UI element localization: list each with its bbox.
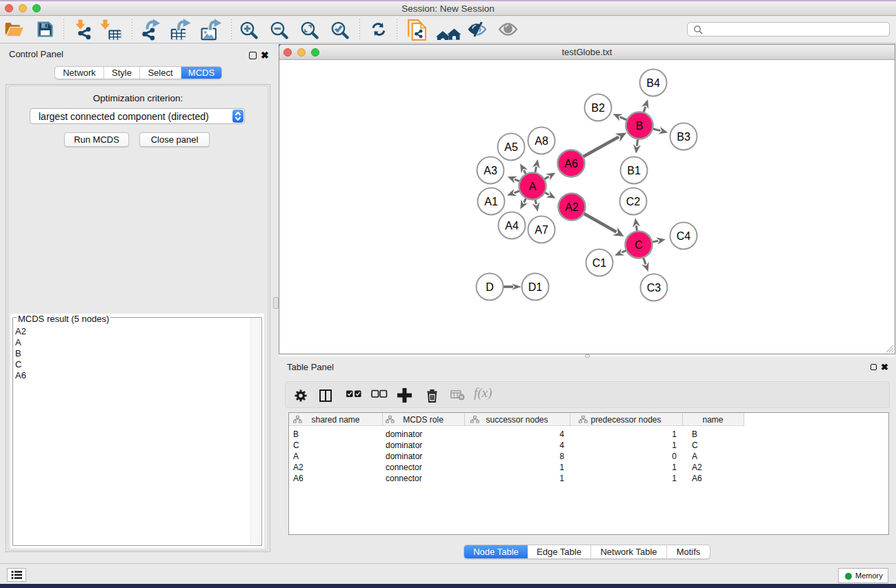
svg-text:A8: A8 [535,135,548,147]
svg-text:A5: A5 [504,141,518,153]
svg-text:B4: B4 [646,77,660,89]
svg-text:C: C [635,239,643,251]
svg-text:B: B [636,120,644,132]
svg-text:A7: A7 [535,224,548,236]
svg-text:B1: B1 [627,165,641,176]
svg-text:A4: A4 [505,220,519,232]
svg-text:A3: A3 [484,165,497,176]
svg-text:A6: A6 [564,158,578,170]
svg-text:D: D [486,281,494,293]
svg-text:C2: C2 [626,196,641,207]
svg-text:D1: D1 [528,281,543,293]
svg-text:B3: B3 [677,131,690,143]
svg-text:A: A [529,181,537,192]
svg-text:f(x): f(x) [474,387,492,401]
svg-text:C3: C3 [647,282,661,294]
svg-text:B2: B2 [591,102,605,114]
svg-text:C1: C1 [593,257,607,269]
svg-text:A1: A1 [484,196,498,207]
svg-text:C4: C4 [677,230,691,242]
svg-text:A2: A2 [565,201,579,213]
